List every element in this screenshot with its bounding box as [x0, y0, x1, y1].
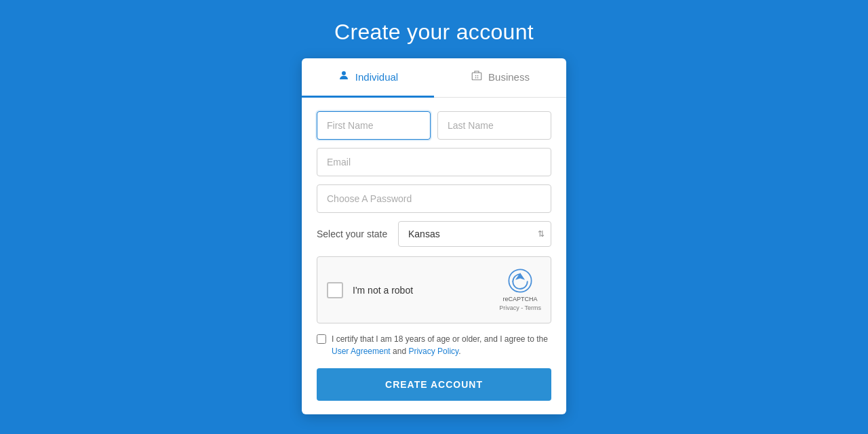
- captcha-checkbox[interactable]: [327, 282, 343, 298]
- state-select-wrapper: Kansas Alabama Alaska Arizona Arkansas C…: [398, 221, 551, 247]
- building-icon: [471, 69, 483, 85]
- state-row: Select your state Kansas Alabama Alaska …: [317, 221, 551, 247]
- password-input[interactable]: [317, 184, 551, 213]
- svg-rect-1: [472, 73, 481, 80]
- account-type-tabs: Individual Business: [302, 58, 566, 98]
- name-row: [317, 111, 551, 140]
- terms-checkbox[interactable]: [317, 334, 326, 344]
- svg-point-0: [342, 71, 346, 75]
- svg-rect-4: [475, 77, 477, 79]
- captcha-brand-text: reCAPTCHA Privacy - Terms: [499, 295, 541, 312]
- svg-rect-5: [477, 77, 479, 79]
- tab-individual[interactable]: Individual: [302, 58, 434, 98]
- captcha-container: I'm not a robot reCAPTCHA Privacy - Term…: [317, 256, 551, 323]
- svg-rect-3: [477, 75, 479, 77]
- form-body: Select your state Kansas Alabama Alaska …: [302, 111, 566, 401]
- page-title: Create your account: [334, 20, 534, 45]
- terms-text: I certify that I am 18 years of age or o…: [332, 333, 548, 357]
- tab-individual-label: Individual: [355, 71, 398, 83]
- captcha-label: I'm not a robot: [353, 285, 492, 296]
- email-input[interactable]: [317, 148, 551, 176]
- registration-card: Individual Business: [302, 58, 566, 414]
- user-agreement-link[interactable]: User Agreement: [332, 347, 391, 356]
- password-field: [317, 184, 551, 213]
- captcha-logo: reCAPTCHA Privacy - Terms: [499, 268, 541, 312]
- state-select[interactable]: Kansas Alabama Alaska Arizona Arkansas C…: [398, 221, 551, 247]
- person-icon: [338, 69, 350, 85]
- create-account-button[interactable]: CREATE ACCOUNT: [317, 368, 551, 401]
- tab-business-label: Business: [488, 71, 530, 83]
- state-label: Select your state: [317, 229, 391, 239]
- first-name-input[interactable]: [317, 111, 431, 140]
- privacy-policy-link[interactable]: Privacy Policy: [408, 347, 458, 356]
- tab-business[interactable]: Business: [434, 58, 566, 98]
- svg-rect-2: [475, 75, 477, 77]
- terms-row: I certify that I am 18 years of age or o…: [317, 333, 551, 357]
- last-name-input[interactable]: [437, 111, 551, 140]
- email-field: [317, 148, 551, 176]
- recaptcha-icon: [507, 268, 533, 294]
